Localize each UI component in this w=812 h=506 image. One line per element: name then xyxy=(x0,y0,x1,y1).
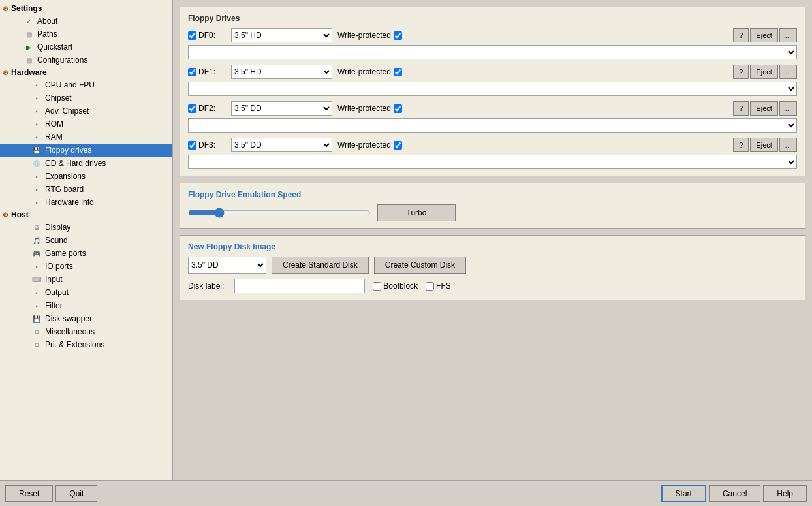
speed-slider[interactable] xyxy=(188,208,371,218)
df0-path-select[interactable] xyxy=(188,45,797,59)
sidebar-item-cd-hard[interactable]: 💿 CD & Hard drives xyxy=(0,157,172,170)
df2-checkbox[interactable] xyxy=(188,104,196,113)
sidebar-item-configurations[interactable]: ▤ Configurations xyxy=(0,54,172,67)
sidebar-item-label: Game ports xyxy=(45,249,86,258)
sidebar-item-quickstart[interactable]: ▶ Quickstart xyxy=(0,40,172,54)
sidebar-item-disk-swapper[interactable]: 💾 Disk swapper xyxy=(0,312,172,325)
df2-path-select[interactable] xyxy=(188,118,797,133)
df3-help-button[interactable]: ? xyxy=(733,138,749,152)
df2-write-protected-check[interactable] xyxy=(394,104,402,113)
disk-label-row: Disk label: Bootblock FFS xyxy=(188,279,797,293)
sidebar-item-ram[interactable]: ▪ RAM xyxy=(0,131,172,144)
expansions-icon: ▪ xyxy=(31,171,42,182)
df3-label: DF3: xyxy=(198,140,231,150)
df0-checkbox[interactable] xyxy=(188,31,196,40)
turbo-button[interactable]: Turbo xyxy=(377,204,456,221)
help-button[interactable]: Help xyxy=(763,485,807,502)
settings-label: Settings xyxy=(11,4,42,13)
sidebar-item-paths[interactable]: ▤ Paths xyxy=(0,27,172,40)
sidebar-item-chipset[interactable]: ▪ Chipset xyxy=(0,91,172,104)
drive-row-df1: DF1: 3.5" HD 3.5" DD Write-protected ? E… xyxy=(188,65,797,79)
ffs-label[interactable]: FFS xyxy=(426,281,451,291)
drive-row-df2: DF2: 3.5" DD 3.5" HD Write-protected ? E… xyxy=(188,101,797,116)
sidebar-item-pri-ext[interactable]: ⚙ Pri. & Extensions xyxy=(0,338,172,351)
start-button[interactable]: Start xyxy=(661,485,706,502)
sidebar-item-filter[interactable]: ▪ Filter xyxy=(0,299,172,312)
df1-write-protected-check[interactable] xyxy=(394,68,402,76)
sidebar-item-cpu[interactable]: ▪ CPU and FPU xyxy=(0,78,172,91)
display-icon: 🖥 xyxy=(31,222,42,232)
df3-more-button[interactable]: ... xyxy=(779,138,797,152)
sidebar-item-label: Floppy drives xyxy=(45,146,91,155)
df3-write-protected-check[interactable] xyxy=(394,141,402,150)
df0-write-protected-check[interactable] xyxy=(394,31,402,40)
sidebar-item-input[interactable]: ⌨ Input xyxy=(0,273,172,286)
sidebar-item-hwinfo[interactable]: ▪ Hardware info xyxy=(0,196,172,209)
sidebar-item-misc[interactable]: ⚙ Miscellaneous xyxy=(0,325,172,338)
df3-eject-button[interactable]: Eject xyxy=(750,138,777,152)
sidebar-item-display[interactable]: 🖥 Display xyxy=(0,221,172,234)
df3-type-select[interactable]: 3.5" DD 3.5" HD xyxy=(231,138,332,152)
drive-path-row-df1 xyxy=(188,82,797,96)
cancel-button[interactable]: Cancel xyxy=(709,485,760,502)
ffs-text: FFS xyxy=(436,281,451,291)
df0-more-button[interactable]: ... xyxy=(779,28,797,42)
chipset-icon: ▪ xyxy=(31,93,42,103)
output-icon: ▪ xyxy=(31,287,42,298)
create-standard-button[interactable]: Create Standard Disk xyxy=(272,257,369,274)
sidebar-item-adv-chipset[interactable]: ▪ Adv. Chipset xyxy=(0,104,172,118)
sidebar-item-rom[interactable]: ▪ ROM xyxy=(0,118,172,131)
sidebar-item-about[interactable]: ✔ About xyxy=(0,14,172,27)
game-icon: 🎮 xyxy=(31,248,42,259)
df0-type-select[interactable]: 3.5" HD 3.5" DD xyxy=(231,28,332,42)
df3-path-select[interactable] xyxy=(188,155,797,169)
bootblock-checkbox[interactable] xyxy=(373,282,381,291)
reset-button[interactable]: Reset xyxy=(5,485,53,502)
df1-help-button[interactable]: ? xyxy=(733,65,749,79)
df1-actions: ? Eject ... xyxy=(733,65,797,79)
df0-eject-button[interactable]: Eject xyxy=(750,28,777,42)
drive-row-df3: DF3: 3.5" DD 3.5" HD Write-protected ? E… xyxy=(188,138,797,152)
sidebar-item-floppy[interactable]: 💾 Floppy drives xyxy=(0,144,172,157)
df1-checkbox[interactable] xyxy=(188,68,196,76)
df2-write-protected-label: Write-protected xyxy=(337,104,391,113)
sidebar-item-expansions[interactable]: ▪ Expansions xyxy=(0,170,172,183)
sidebar-item-label: Configurations xyxy=(37,55,87,65)
rom-icon: ▪ xyxy=(31,119,42,129)
sidebar-item-output[interactable]: ▪ Output xyxy=(0,286,172,299)
sidebar-item-sound[interactable]: 🎵 Sound xyxy=(0,234,172,247)
disk-label-text: Disk label: xyxy=(188,281,224,291)
sidebar-item-rtg[interactable]: ▪ RTG board xyxy=(0,183,172,196)
df1-label: DF1: xyxy=(198,67,231,76)
filter-icon: ▪ xyxy=(31,300,42,311)
sidebar-host-header[interactable]: ⚙ Host xyxy=(0,209,172,221)
df2-type-select[interactable]: 3.5" DD 3.5" HD xyxy=(231,101,332,116)
about-icon: ✔ xyxy=(23,16,34,26)
df1-type-select[interactable]: 3.5" HD 3.5" DD xyxy=(231,65,332,79)
sidebar-item-label: Display xyxy=(45,223,70,232)
ram-icon: ▪ xyxy=(31,132,42,142)
sidebar-item-game-ports[interactable]: 🎮 Game ports xyxy=(0,247,172,260)
quit-button[interactable]: Quit xyxy=(55,485,97,502)
df2-more-button[interactable]: ... xyxy=(779,101,797,116)
df2-help-button[interactable]: ? xyxy=(733,101,749,116)
sidebar-item-io[interactable]: ▪ IO ports xyxy=(0,260,172,273)
df2-eject-button[interactable]: Eject xyxy=(750,101,777,116)
sidebar-settings-header[interactable]: ⚙ Settings xyxy=(0,3,172,14)
bootblock-label[interactable]: Bootblock xyxy=(373,281,418,291)
create-custom-button[interactable]: Create Custom Disk xyxy=(374,257,466,274)
df1-eject-button[interactable]: Eject xyxy=(750,65,777,79)
df3-checkbox[interactable] xyxy=(188,141,196,150)
disk-type-select[interactable]: 3.5" DD 3.5" HD 5.25" SD 5.25" DD xyxy=(188,257,266,274)
hwinfo-icon: ▪ xyxy=(31,197,42,208)
drive-row-df0: DF0: 3.5" HD 3.5" DD Write-protected ? E… xyxy=(188,28,797,42)
host-label: Host xyxy=(11,210,29,219)
sidebar-item-label: Hardware info xyxy=(45,198,94,207)
df1-more-button[interactable]: ... xyxy=(779,65,797,79)
new-disk-section: New Floppy Disk Image 3.5" DD 3.5" HD 5.… xyxy=(180,235,805,300)
disk-label-input[interactable] xyxy=(234,279,365,293)
df0-help-button[interactable]: ? xyxy=(733,28,749,42)
df1-path-select[interactable] xyxy=(188,82,797,96)
sidebar-hardware-header[interactable]: ⚙ Hardware xyxy=(0,67,172,78)
ffs-checkbox[interactable] xyxy=(426,282,434,291)
